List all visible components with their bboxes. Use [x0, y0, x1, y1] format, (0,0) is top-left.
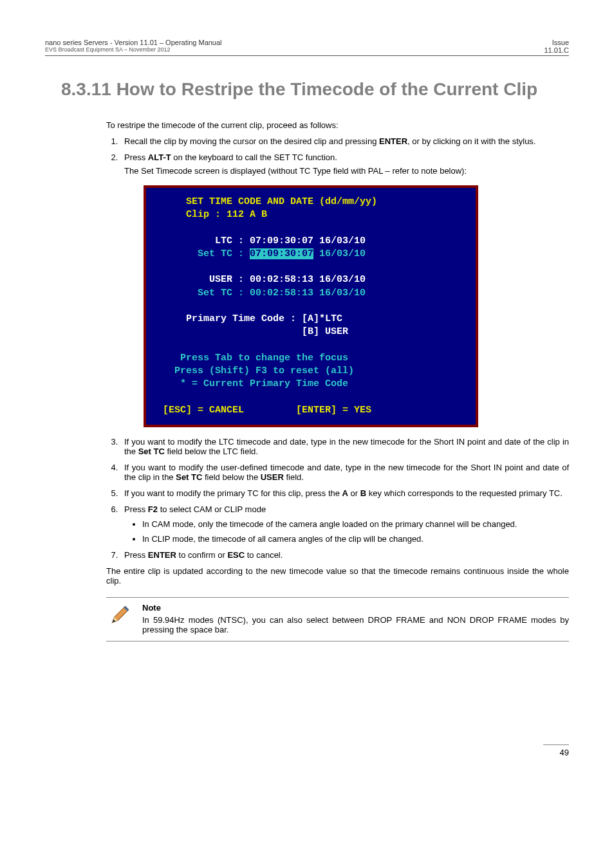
step-7-enter: ENTER [148, 550, 176, 560]
term-line-4a: Set TC : [151, 248, 250, 259]
step-7-text-c: to cancel. [245, 550, 283, 560]
closing-paragraph: The entire clip is updated according to … [106, 566, 569, 586]
step-2-text-b: on the keyboard to call the SET TC funct… [171, 152, 337, 162]
step-4: If you want to modify the user-defined t… [120, 463, 569, 482]
step-5-text-b: or [348, 488, 360, 498]
header-rule [45, 55, 569, 56]
step-5: If you want to modify the primary TC for… [120, 488, 569, 498]
term-line-5: USER : 00:02:58:13 16/03/10 [151, 274, 366, 285]
step-7-text-a: Press [124, 550, 148, 560]
term-line-2: Clip : 112 A B [151, 209, 267, 220]
step-1: Recall the clip by moving the cursor on … [120, 136, 569, 146]
step-1-enter: ENTER [379, 136, 407, 146]
term-line-3: LTC : 07:09:30:07 16/03/10 [151, 235, 366, 246]
step-7-esc: ESC [227, 550, 245, 560]
step-7: Press ENTER to confirm or ESC to cancel. [120, 550, 569, 560]
section-heading: 8.3.11 How to Restripe the Timecode of t… [61, 75, 569, 104]
step-5-text-a: If you want to modify the primary TC for… [124, 488, 342, 498]
intro-paragraph: To restripe the timecode of the current … [106, 120, 569, 130]
note-box: Note In 59.94Hz modes (NTSC), you can al… [106, 597, 569, 642]
step-4-user: USER [261, 472, 284, 482]
header-left-top: nano series Servers - Version 11.01 – Op… [45, 39, 222, 46]
step-4-text-b: field below the [202, 472, 260, 482]
header-left-sub: EVS Broadcast Equipment SA – November 20… [45, 46, 222, 53]
term-line-4c: 16/03/10 [313, 248, 366, 259]
step-4-text-c: field. [284, 472, 304, 482]
step-6-bullet-1: In CAM mode, only the timecode of the ca… [142, 519, 569, 529]
step-6-text-b: to select CAM or CLIP mode [158, 504, 266, 514]
term-line-7: Primary Time Code : [A]*LTC [151, 313, 342, 324]
step-5-key-b: B [360, 488, 366, 498]
step-5-text-c: key which corresponds to the requested p… [366, 488, 563, 498]
step-6-bullets: In CAM mode, only the timecode of the ca… [124, 519, 569, 544]
note-body-text: In 59.94Hz modes (NTSC), you can also se… [142, 615, 569, 634]
step-3: If you want to modify the LTC timecode a… [120, 437, 569, 456]
step-5-key-a: A [342, 488, 348, 498]
term-line-10: Press (Shift) F3 to reset (all) [151, 365, 354, 376]
term-line-1: SET TIME CODE AND DATE (dd/mm/yy) [151, 196, 377, 207]
step-3-settc: Set TC [138, 447, 165, 456]
step-6-text-a: Press [124, 504, 148, 514]
page-header: nano series Servers - Version 11.01 – Op… [45, 39, 569, 54]
steps-list: Recall the clip by moving the cursor on … [106, 136, 569, 560]
set-timecode-terminal: SET TIME CODE AND DATE (dd/mm/yy) Clip :… [144, 185, 478, 427]
term-line-9: Press Tab to change the focus [151, 353, 348, 364]
step-3-text-b: field below the LTC field. [165, 447, 258, 456]
step-2: Press ALT-T on the keyboard to call the … [120, 152, 569, 427]
step-2-sub: The Set Timecode screen is displayed (wi… [124, 166, 569, 176]
step-6-f2: F2 [148, 504, 158, 514]
step-1-text-b: , or by clicking on it with the stylus. [407, 136, 535, 146]
step-7-text-b: to confirm or [176, 550, 227, 560]
step-2-altt: ALT-T [148, 152, 171, 162]
header-right-sub: 11.01.C [544, 46, 569, 54]
term-line-11: * = Current Primary Time Code [151, 378, 348, 389]
step-6: Press F2 to select CAM or CLIP mode In C… [120, 504, 569, 544]
term-line-12: [ESC] = CANCEL [ENTER] = YES [151, 405, 371, 416]
note-title: Note [142, 603, 569, 613]
step-1-text-a: Recall the clip by moving the cursor on … [124, 136, 379, 146]
step-4-settc: Set TC [176, 472, 202, 482]
step-6-bullet-2: In CLIP mode, the timecode of all camera… [142, 534, 569, 544]
term-line-8: [B] USER [151, 326, 348, 337]
page-number: 49 [543, 744, 569, 757]
step-2-text-a: Press [124, 152, 148, 162]
header-right-top: Issue [544, 39, 569, 46]
pencil-icon [109, 604, 131, 629]
term-line-6: Set TC : 00:02:58:13 16/03/10 [151, 288, 366, 299]
term-line-4b: 07:09:30:07 [250, 248, 313, 259]
